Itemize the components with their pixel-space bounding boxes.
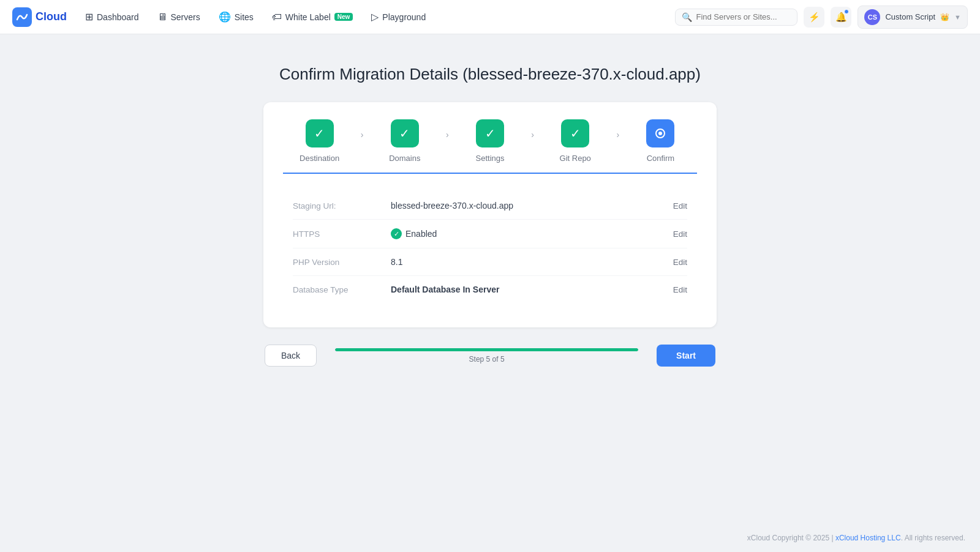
notification-dot (844, 9, 849, 14)
detail-label-db: Database Type (293, 285, 391, 294)
footer: xCloud Copyright © 2025 | xCloud Hosting… (0, 524, 980, 552)
step-destination-label: Destination (300, 154, 339, 163)
progress-bar-track (335, 348, 638, 351)
sites-icon: 🌐 (219, 11, 231, 23)
step-confirm-circle (646, 119, 674, 147)
detail-label-staging: Staging Url: (293, 201, 391, 211)
main-content: Confirm Migration Details (blessed-breez… (0, 34, 980, 524)
nav-dashboard[interactable]: ⊞ Dashboard (78, 7, 146, 26)
confirm-icon (654, 127, 666, 140)
https-check-icon: ✓ (391, 228, 402, 239)
step-gitrepo: ✓ Git Repo (539, 119, 612, 163)
footer-text: xCloud Copyright © 2025 | (747, 534, 835, 542)
footer-link[interactable]: xCloud Hosting LLC (835, 534, 901, 542)
edit-https-link[interactable]: Edit (673, 229, 687, 239)
logo-text: Cloud (36, 10, 67, 23)
progress-bar-fill (335, 348, 638, 351)
step-settings-circle: ✓ (476, 119, 504, 147)
detail-value-php: 8.1 (391, 257, 673, 267)
stepper: ✓ Destination › ✓ Domains › ✓ Settings ›… (263, 102, 717, 163)
search-box[interactable]: 🔍 (675, 9, 797, 26)
detail-label-https: HTTPS (293, 229, 391, 239)
notification-button[interactable]: 🔔 (831, 7, 851, 28)
nav-right: 🔍 ⚡ 🔔 CS Custom Script 👑 ▼ (675, 6, 968, 29)
step-arrow-1: › (356, 130, 368, 140)
detail-row-https: HTTPS ✓ Enabled Edit (293, 220, 687, 248)
step-domains-circle: ✓ (391, 119, 419, 147)
detail-row-staging-url: Staging Url: blessed-breeze-370.x-cloud.… (293, 192, 687, 220)
start-button[interactable]: Start (657, 345, 715, 367)
edit-staging-link[interactable]: Edit (673, 201, 687, 211)
step-domains: ✓ Domains (368, 119, 441, 163)
detail-label-php: PHP Version (293, 258, 391, 267)
step-arrow-3: › (527, 130, 539, 140)
search-icon: 🔍 (682, 12, 692, 22)
detail-value-https: ✓ Enabled (391, 228, 673, 239)
step-gitrepo-circle: ✓ (561, 119, 589, 147)
nav-sites[interactable]: 🌐 Sites (211, 7, 261, 26)
crown-icon: 👑 (940, 13, 949, 21)
step-arrow-2: › (441, 130, 453, 140)
step-settings: ✓ Settings (453, 119, 526, 163)
nav-logo[interactable]: Cloud (12, 7, 67, 27)
whitelabel-icon: 🏷 (272, 12, 282, 23)
bottom-bar: Back Step 5 of 5 Start (263, 345, 717, 367)
detail-value-staging: blessed-breeze-370.x-cloud.app (391, 201, 673, 211)
detail-value-db: Default Database In Server (391, 285, 673, 294)
details-section: Staging Url: blessed-breeze-370.x-cloud.… (263, 174, 717, 327)
lightning-icon: ⚡ (809, 12, 820, 23)
detail-row-php: PHP Version 8.1 Edit (293, 248, 687, 276)
edit-db-link[interactable]: Edit (673, 285, 687, 294)
step-arrow-4: › (612, 130, 624, 140)
progress-section: Step 5 of 5 (317, 348, 657, 364)
servers-icon: 🖥 (157, 12, 167, 23)
search-input[interactable] (696, 12, 791, 21)
chevron-down-icon: ▼ (954, 13, 961, 21)
step-destination: ✓ Destination (283, 119, 356, 163)
playground-icon: ▷ (371, 11, 379, 23)
new-badge: New (334, 13, 353, 21)
step-confirm: Confirm (624, 119, 697, 163)
progress-label: Step 5 of 5 (469, 355, 505, 364)
step-domains-label: Domains (389, 154, 420, 163)
step-destination-circle: ✓ (306, 119, 334, 147)
avatar: CS (864, 9, 880, 25)
migration-card: ✓ Destination › ✓ Domains › ✓ Settings ›… (263, 102, 717, 327)
step-gitrepo-label: Git Repo (560, 154, 591, 163)
lightning-button[interactable]: ⚡ (804, 7, 824, 28)
nav-whitelabel[interactable]: 🏷 White Label New (265, 8, 361, 26)
logo-icon (12, 7, 32, 27)
svg-point-2 (658, 132, 662, 135)
navbar: Cloud ⊞ Dashboard 🖥 Servers 🌐 Sites 🏷 Wh… (0, 0, 980, 34)
nav-playground[interactable]: ▷ Playground (364, 7, 433, 26)
footer-suffix: . All rights reserved. (901, 534, 965, 542)
detail-row-db: Database Type Default Database In Server… (293, 276, 687, 303)
user-name: Custom Script (885, 12, 935, 21)
page-title: Confirm Migration Details (blessed-breez… (279, 65, 701, 84)
user-menu-button[interactable]: CS Custom Script 👑 ▼ (858, 6, 968, 29)
dashboard-icon: ⊞ (85, 11, 93, 23)
step-confirm-label: Confirm (647, 154, 675, 163)
back-button[interactable]: Back (265, 345, 317, 367)
step-settings-label: Settings (476, 154, 505, 163)
nav-servers[interactable]: 🖥 Servers (150, 8, 208, 26)
edit-php-link[interactable]: Edit (673, 258, 687, 267)
